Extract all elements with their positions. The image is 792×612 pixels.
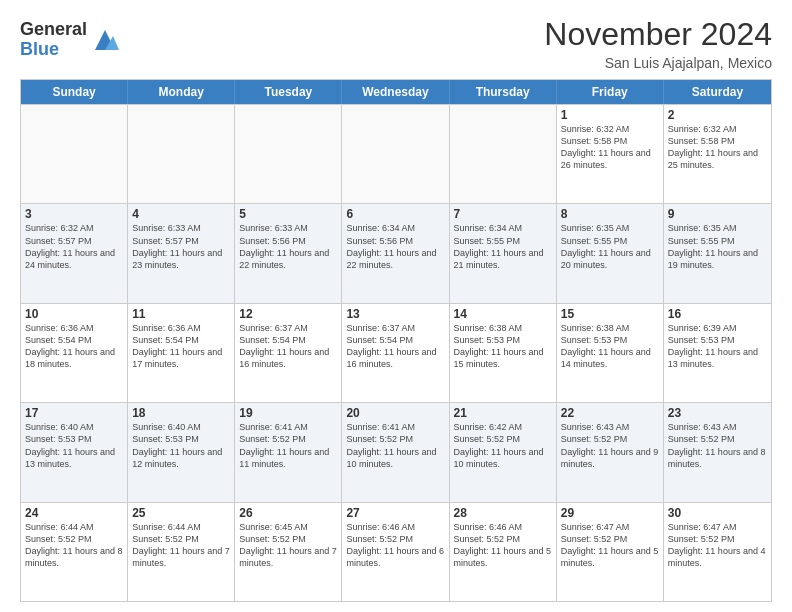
header-day-tuesday: Tuesday — [235, 80, 342, 104]
day-number: 18 — [132, 406, 230, 420]
cal-cell-1-3: 6Sunrise: 6:34 AM Sunset: 5:56 PM Daylig… — [342, 204, 449, 302]
cal-cell-4-2: 26Sunrise: 6:45 AM Sunset: 5:52 PM Dayli… — [235, 503, 342, 601]
day-number: 24 — [25, 506, 123, 520]
day-info: Sunrise: 6:38 AM Sunset: 5:53 PM Dayligh… — [454, 322, 552, 371]
day-info: Sunrise: 6:32 AM Sunset: 5:57 PM Dayligh… — [25, 222, 123, 271]
day-info: Sunrise: 6:43 AM Sunset: 5:52 PM Dayligh… — [668, 421, 767, 470]
title-block: November 2024 San Luis Ajajalpan, Mexico — [544, 16, 772, 71]
day-info: Sunrise: 6:32 AM Sunset: 5:58 PM Dayligh… — [561, 123, 659, 172]
cal-cell-0-1 — [128, 105, 235, 203]
day-number: 4 — [132, 207, 230, 221]
logo: General Blue — [20, 20, 119, 60]
day-number: 17 — [25, 406, 123, 420]
day-number: 6 — [346, 207, 444, 221]
cal-cell-4-3: 27Sunrise: 6:46 AM Sunset: 5:52 PM Dayli… — [342, 503, 449, 601]
cal-cell-3-4: 21Sunrise: 6:42 AM Sunset: 5:52 PM Dayli… — [450, 403, 557, 501]
cal-cell-4-1: 25Sunrise: 6:44 AM Sunset: 5:52 PM Dayli… — [128, 503, 235, 601]
day-info: Sunrise: 6:35 AM Sunset: 5:55 PM Dayligh… — [561, 222, 659, 271]
day-info: Sunrise: 6:44 AM Sunset: 5:52 PM Dayligh… — [132, 521, 230, 570]
page: General Blue November 2024 San Luis Ajaj… — [0, 0, 792, 612]
day-info: Sunrise: 6:42 AM Sunset: 5:52 PM Dayligh… — [454, 421, 552, 470]
day-info: Sunrise: 6:38 AM Sunset: 5:53 PM Dayligh… — [561, 322, 659, 371]
logo-icon — [91, 26, 119, 54]
day-number: 25 — [132, 506, 230, 520]
cal-cell-2-1: 11Sunrise: 6:36 AM Sunset: 5:54 PM Dayli… — [128, 304, 235, 402]
calendar-row-0: 1Sunrise: 6:32 AM Sunset: 5:58 PM Daylig… — [21, 104, 771, 203]
calendar-row-3: 17Sunrise: 6:40 AM Sunset: 5:53 PM Dayli… — [21, 402, 771, 501]
cal-cell-2-6: 16Sunrise: 6:39 AM Sunset: 5:53 PM Dayli… — [664, 304, 771, 402]
day-number: 23 — [668, 406, 767, 420]
day-info: Sunrise: 6:33 AM Sunset: 5:57 PM Dayligh… — [132, 222, 230, 271]
day-number: 9 — [668, 207, 767, 221]
day-info: Sunrise: 6:37 AM Sunset: 5:54 PM Dayligh… — [346, 322, 444, 371]
day-number: 7 — [454, 207, 552, 221]
day-number: 2 — [668, 108, 767, 122]
calendar-row-1: 3Sunrise: 6:32 AM Sunset: 5:57 PM Daylig… — [21, 203, 771, 302]
day-number: 16 — [668, 307, 767, 321]
location-title: San Luis Ajajalpan, Mexico — [544, 55, 772, 71]
logo-blue-text: Blue — [20, 39, 59, 59]
day-number: 10 — [25, 307, 123, 321]
day-info: Sunrise: 6:46 AM Sunset: 5:52 PM Dayligh… — [454, 521, 552, 570]
header-day-wednesday: Wednesday — [342, 80, 449, 104]
calendar-body: 1Sunrise: 6:32 AM Sunset: 5:58 PM Daylig… — [21, 104, 771, 601]
day-number: 20 — [346, 406, 444, 420]
day-info: Sunrise: 6:46 AM Sunset: 5:52 PM Dayligh… — [346, 521, 444, 570]
cal-cell-2-3: 13Sunrise: 6:37 AM Sunset: 5:54 PM Dayli… — [342, 304, 449, 402]
cal-cell-2-4: 14Sunrise: 6:38 AM Sunset: 5:53 PM Dayli… — [450, 304, 557, 402]
header-day-friday: Friday — [557, 80, 664, 104]
cal-cell-0-3 — [342, 105, 449, 203]
day-info: Sunrise: 6:43 AM Sunset: 5:52 PM Dayligh… — [561, 421, 659, 470]
cal-cell-0-4 — [450, 105, 557, 203]
cal-cell-4-0: 24Sunrise: 6:44 AM Sunset: 5:52 PM Dayli… — [21, 503, 128, 601]
day-info: Sunrise: 6:41 AM Sunset: 5:52 PM Dayligh… — [346, 421, 444, 470]
header-day-saturday: Saturday — [664, 80, 771, 104]
cal-cell-1-4: 7Sunrise: 6:34 AM Sunset: 5:55 PM Daylig… — [450, 204, 557, 302]
month-title: November 2024 — [544, 16, 772, 53]
cal-cell-2-0: 10Sunrise: 6:36 AM Sunset: 5:54 PM Dayli… — [21, 304, 128, 402]
cal-cell-3-0: 17Sunrise: 6:40 AM Sunset: 5:53 PM Dayli… — [21, 403, 128, 501]
day-number: 29 — [561, 506, 659, 520]
day-info: Sunrise: 6:36 AM Sunset: 5:54 PM Dayligh… — [132, 322, 230, 371]
logo-general-text: General — [20, 19, 87, 39]
day-info: Sunrise: 6:44 AM Sunset: 5:52 PM Dayligh… — [25, 521, 123, 570]
day-number: 8 — [561, 207, 659, 221]
day-info: Sunrise: 6:36 AM Sunset: 5:54 PM Dayligh… — [25, 322, 123, 371]
cal-cell-1-0: 3Sunrise: 6:32 AM Sunset: 5:57 PM Daylig… — [21, 204, 128, 302]
cal-cell-3-3: 20Sunrise: 6:41 AM Sunset: 5:52 PM Dayli… — [342, 403, 449, 501]
day-number: 14 — [454, 307, 552, 321]
day-info: Sunrise: 6:40 AM Sunset: 5:53 PM Dayligh… — [132, 421, 230, 470]
cal-cell-3-1: 18Sunrise: 6:40 AM Sunset: 5:53 PM Dayli… — [128, 403, 235, 501]
cal-cell-4-5: 29Sunrise: 6:47 AM Sunset: 5:52 PM Dayli… — [557, 503, 664, 601]
day-number: 19 — [239, 406, 337, 420]
cal-cell-1-2: 5Sunrise: 6:33 AM Sunset: 5:56 PM Daylig… — [235, 204, 342, 302]
day-number: 26 — [239, 506, 337, 520]
day-info: Sunrise: 6:35 AM Sunset: 5:55 PM Dayligh… — [668, 222, 767, 271]
cal-cell-3-6: 23Sunrise: 6:43 AM Sunset: 5:52 PM Dayli… — [664, 403, 771, 501]
day-number: 28 — [454, 506, 552, 520]
day-number: 11 — [132, 307, 230, 321]
header-day-thursday: Thursday — [450, 80, 557, 104]
day-info: Sunrise: 6:45 AM Sunset: 5:52 PM Dayligh… — [239, 521, 337, 570]
day-info: Sunrise: 6:47 AM Sunset: 5:52 PM Dayligh… — [668, 521, 767, 570]
header-day-monday: Monday — [128, 80, 235, 104]
day-info: Sunrise: 6:34 AM Sunset: 5:55 PM Dayligh… — [454, 222, 552, 271]
calendar-header: SundayMondayTuesdayWednesdayThursdayFrid… — [21, 80, 771, 104]
cal-cell-1-5: 8Sunrise: 6:35 AM Sunset: 5:55 PM Daylig… — [557, 204, 664, 302]
calendar: SundayMondayTuesdayWednesdayThursdayFrid… — [20, 79, 772, 602]
day-info: Sunrise: 6:33 AM Sunset: 5:56 PM Dayligh… — [239, 222, 337, 271]
day-number: 15 — [561, 307, 659, 321]
day-number: 30 — [668, 506, 767, 520]
cal-cell-1-6: 9Sunrise: 6:35 AM Sunset: 5:55 PM Daylig… — [664, 204, 771, 302]
day-info: Sunrise: 6:37 AM Sunset: 5:54 PM Dayligh… — [239, 322, 337, 371]
cal-cell-0-5: 1Sunrise: 6:32 AM Sunset: 5:58 PM Daylig… — [557, 105, 664, 203]
cal-cell-3-5: 22Sunrise: 6:43 AM Sunset: 5:52 PM Dayli… — [557, 403, 664, 501]
cal-cell-4-6: 30Sunrise: 6:47 AM Sunset: 5:52 PM Dayli… — [664, 503, 771, 601]
day-number: 22 — [561, 406, 659, 420]
day-number: 27 — [346, 506, 444, 520]
cal-cell-4-4: 28Sunrise: 6:46 AM Sunset: 5:52 PM Dayli… — [450, 503, 557, 601]
day-info: Sunrise: 6:34 AM Sunset: 5:56 PM Dayligh… — [346, 222, 444, 271]
day-number: 5 — [239, 207, 337, 221]
day-info: Sunrise: 6:39 AM Sunset: 5:53 PM Dayligh… — [668, 322, 767, 371]
cal-cell-1-1: 4Sunrise: 6:33 AM Sunset: 5:57 PM Daylig… — [128, 204, 235, 302]
